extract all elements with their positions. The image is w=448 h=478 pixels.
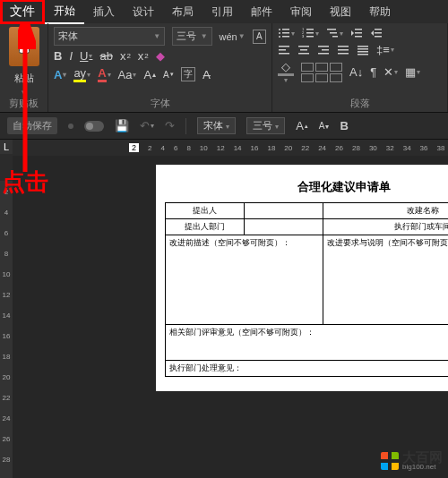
align-center-button[interactable] — [297, 44, 310, 56]
font-group-label: 字体 — [54, 97, 266, 110]
superscript-button[interactable]: x2 — [138, 49, 149, 63]
sort-button[interactable]: A↓ — [349, 65, 363, 79]
qat-grow-font[interactable]: A▴ — [296, 119, 308, 132]
clipboard-group-label: 剪贴板 — [5, 97, 42, 110]
cell-req-desc[interactable]: 改进要求与说明（空间不够可附页）： — [323, 235, 448, 325]
menu-layout[interactable]: 布局 — [163, 1, 202, 23]
outdent-button[interactable] — [350, 27, 363, 39]
grow-font-button[interactable]: A▴ — [143, 68, 156, 81]
quick-access-toolbar: 自动保存 💾 ↶▾ ↷ 宋体 ▾ 三号 ▾ A▴ A▾ B — [0, 113, 448, 140]
char-shading-button[interactable]: Aa▾ — [118, 68, 137, 81]
subscript-button[interactable]: x2 — [120, 49, 131, 63]
svg-rect-15 — [330, 32, 337, 34]
char-border-button[interactable]: A — [253, 30, 266, 44]
phonetic-guide-button[interactable]: wén▼ — [220, 31, 246, 42]
doc-title[interactable]: 合理化建议申请单 — [165, 179, 448, 195]
enclose-char-button[interactable]: 字 — [181, 67, 195, 81]
horizontal-ruler: 2 2468101214161820222426283032343638404 — [13, 140, 448, 156]
undo-button[interactable]: ↶▾ — [140, 119, 154, 132]
svg-rect-38 — [358, 54, 368, 55]
clear-format-button[interactable]: A̶ — [202, 68, 211, 81]
menu-insert[interactable]: 插入 — [84, 1, 124, 23]
text-effects-button[interactable]: ◆ — [156, 49, 165, 63]
qat-shrink-font[interactable]: A▾ — [319, 121, 330, 131]
align-distribute-button[interactable] — [357, 44, 369, 56]
paste-caret-icon[interactable]: ▼ — [21, 89, 28, 97]
shading-button[interactable]: ◇▾ — [278, 60, 294, 84]
multilevel-button[interactable]: ▾ — [326, 27, 343, 39]
autosave-label: 自动保存 — [7, 117, 57, 134]
align-justify-button[interactable] — [337, 44, 349, 56]
cell-proposer-value[interactable] — [244, 203, 323, 219]
font-name-combo[interactable]: 宋体▼ — [54, 27, 165, 46]
strike-button[interactable]: ab — [99, 49, 112, 63]
cell-review[interactable]: 相关部门评审意见（空间不够可附页）： — [166, 325, 449, 361]
cell-before-desc[interactable]: 改进前描述（空间不够可附页）： — [166, 235, 323, 325]
watermark-logo-icon — [381, 452, 399, 470]
menu-design[interactable]: 设计 — [124, 1, 163, 23]
svg-point-2 — [279, 29, 280, 30]
paragraph-group-label: 段落 — [278, 97, 442, 110]
menu-help[interactable]: 帮助 — [360, 1, 400, 23]
svg-rect-29 — [318, 46, 329, 47]
qat-bold[interactable]: B — [340, 119, 348, 132]
svg-rect-30 — [322, 49, 329, 51]
cell-exec-opinion[interactable]: 执行部门处理意见： — [166, 361, 449, 377]
bold-button[interactable]: B — [54, 49, 62, 63]
qat-size-combo[interactable]: 三号 ▾ — [246, 117, 285, 134]
watermark-name: 大百网 — [402, 450, 443, 464]
line-spacing-button[interactable]: ‡≡▾ — [376, 43, 394, 56]
svg-rect-20 — [375, 29, 382, 30]
svg-point-6 — [279, 36, 280, 38]
cell-exec-label[interactable]: 执行部门或车间 — [323, 219, 448, 235]
ruler-corner: L — [0, 140, 13, 154]
svg-rect-34 — [338, 53, 349, 55]
text-effects-a-button[interactable]: A▾ — [54, 68, 66, 81]
indent-button[interactable] — [370, 27, 383, 39]
svg-rect-0 — [19, 38, 29, 54]
svg-rect-1 — [22, 37, 27, 40]
svg-rect-21 — [375, 32, 382, 34]
menu-file[interactable]: 文件 — [0, 0, 45, 24]
menu-ref[interactable]: 引用 — [202, 1, 242, 23]
cell-name-label[interactable]: 改建名称 — [323, 203, 448, 219]
ribbon: 粘贴 ▼ 剪贴板 宋体▼ 三号▼ wén▼ A B I U▾ ab x2 x2 … — [0, 23, 448, 113]
svg-rect-37 — [358, 51, 368, 53]
italic-button[interactable]: I — [69, 49, 73, 63]
paste-button[interactable] — [9, 27, 39, 66]
autosave-toggle[interactable] — [84, 121, 104, 132]
separator — [185, 118, 186, 134]
document-canvas[interactable]: 合理化建议申请单 提出人 改建名称 提出人部门 执行部门或车间 改进前描述（空间… — [13, 156, 448, 478]
font-size-combo[interactable]: 三号▼ — [172, 27, 211, 46]
cell-proposer-label[interactable]: 提出人 — [166, 203, 245, 219]
menu-view[interactable]: 视图 — [321, 1, 360, 23]
align-left-button[interactable] — [278, 44, 290, 56]
cell-dept-label[interactable]: 提出人部门 — [166, 219, 245, 235]
align-right-button[interactable] — [317, 44, 330, 56]
save-button[interactable]: 💾 — [115, 119, 129, 132]
show-marks-button[interactable]: ¶ — [370, 65, 376, 79]
numbering-button[interactable]: 123▾ — [302, 27, 319, 39]
svg-rect-9 — [306, 29, 314, 30]
redo-button[interactable]: ↷ — [165, 119, 175, 132]
qat-font-combo[interactable]: 宋体 ▾ — [197, 117, 236, 134]
menu-review[interactable]: 审阅 — [281, 1, 321, 23]
underline-button[interactable]: U▾ — [80, 49, 92, 63]
svg-rect-13 — [306, 36, 314, 38]
menu-home[interactable]: 开始 — [45, 0, 84, 24]
svg-rect-18 — [355, 32, 362, 34]
snap-grid-button[interactable]: ✕▾ — [383, 65, 398, 79]
highlight-button[interactable]: ay▾ — [73, 66, 90, 82]
document-page[interactable]: 合理化建议申请单 提出人 改建名称 提出人部门 执行部门或车间 改进前描述（空间… — [156, 165, 448, 391]
svg-rect-24 — [279, 49, 286, 51]
menu-mail[interactable]: 邮件 — [242, 1, 281, 23]
bullets-button[interactable]: ▾ — [278, 27, 295, 39]
borders-dropdown[interactable]: ▦▾ — [405, 65, 420, 79]
svg-rect-23 — [279, 46, 289, 47]
ruler-marker[interactable]: 2 — [129, 143, 139, 152]
borders-button[interactable] — [301, 63, 342, 82]
cell-dept-value[interactable] — [244, 219, 323, 235]
form-table[interactable]: 提出人 改建名称 提出人部门 执行部门或车间 改进前描述（空间不够可附页）： 改… — [165, 202, 448, 377]
shrink-font-button[interactable]: A▾ — [163, 70, 174, 80]
font-color-button[interactable]: A▾ — [98, 66, 110, 82]
